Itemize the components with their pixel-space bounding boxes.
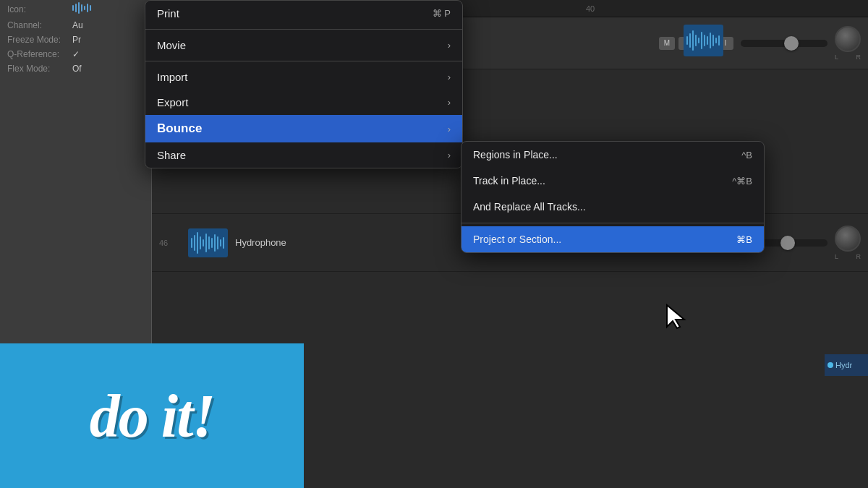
submenu-item-replace[interactable]: And Replace All Tracks... [461, 194, 764, 220]
menu-item-share-arrow: › [448, 150, 451, 160]
svg-rect-4 [81, 4, 82, 12]
svg-rect-24 [203, 239, 204, 247]
hydro-label-text: Hydr [835, 361, 852, 369]
svg-rect-17 [712, 35, 714, 46]
menu-item-bounce-arrow: › [448, 124, 451, 134]
svg-rect-7 [90, 5, 91, 11]
submenu-item-track[interactable]: Track in Place... ^⌘B [461, 168, 764, 194]
svg-rect-19 [718, 35, 720, 46]
svg-rect-18 [715, 38, 717, 43]
svg-rect-27 [211, 238, 213, 248]
icon-label: Icon: [7, 4, 72, 14]
svg-rect-1 [72, 5, 74, 11]
svg-rect-31 [223, 237, 224, 249]
menu-item-import-label: Import [157, 71, 188, 83]
menu-item-bounce-label: Bounce [157, 121, 202, 136]
menu-item-import[interactable]: Import › [145, 64, 462, 90]
track-region-shower [684, 25, 723, 56]
track-waveform-hydro [188, 228, 228, 257]
svg-rect-11 [695, 35, 697, 46]
knob-l-shower: L [835, 53, 838, 61]
svg-rect-3 [78, 2, 80, 14]
submenu-item-track-label: Track in Place... [473, 175, 545, 187]
menu-item-movie-arrow: › [448, 40, 451, 51]
knob-hydro[interactable] [835, 226, 861, 252]
svg-rect-8 [686, 36, 688, 45]
channel-row: Channel: Au [0, 18, 151, 33]
svg-rect-6 [87, 4, 88, 12]
svg-rect-20 [191, 238, 192, 248]
svg-rect-16 [710, 33, 711, 48]
menu-item-bounce[interactable]: Bounce › [145, 115, 462, 142]
menu-item-export-label: Export [157, 96, 188, 108]
ruler-marker-40: 40 [586, 4, 595, 13]
svg-rect-10 [692, 30, 694, 51]
menu-item-movie-label: Movie [157, 39, 186, 51]
knob-r-hydro: R [856, 253, 861, 260]
menu-item-print-label: Print [157, 7, 179, 20]
qref-label: Q-Reference: [7, 49, 72, 59]
hydro-dot [827, 362, 833, 368]
mute-button-shower[interactable]: M [659, 37, 675, 50]
menu-item-import-arrow: › [448, 72, 451, 82]
svg-rect-29 [217, 236, 218, 249]
submenu-item-regions-shortcut: ^B [741, 150, 752, 160]
menu-divider-1 [145, 29, 462, 30]
submenu-item-regions[interactable]: Regions in Place... ^B [461, 142, 764, 168]
svg-rect-14 [704, 35, 705, 46]
knob-lr-shower: L R [835, 53, 861, 61]
svg-rect-13 [701, 32, 702, 49]
track-number-46: 46 [159, 239, 168, 247]
channel-label: Channel: [7, 20, 72, 30]
flex-row: Flex Mode: Of [0, 61, 151, 76]
menu-item-print[interactable]: Print ⌘ P [145, 1, 462, 26]
submenu-item-project-shortcut: ⌘B [736, 234, 752, 245]
menu-item-print-shortcut: ⌘ P [433, 8, 451, 19]
context-menu: Print ⌘ P Movie › Import › Export › Boun… [145, 0, 463, 168]
pan-knob-hydro[interactable]: L R [835, 226, 861, 260]
menu-item-share[interactable]: Share › [145, 142, 462, 168]
freeze-value: Pr [72, 35, 81, 45]
submenu-item-regions-label: Regions in Place... [473, 149, 558, 160]
menu-item-export-arrow: › [448, 97, 451, 108]
freeze-row: Freeze Mode: Pr [0, 33, 151, 47]
svg-rect-22 [197, 232, 198, 254]
menu-divider-2 [145, 61, 462, 61]
slider-thumb-hydro [780, 236, 795, 250]
qref-row: Q-Reference: ✓ [0, 47, 151, 61]
menu-item-share-label: Share [157, 149, 186, 161]
icon-value [72, 2, 93, 16]
svg-rect-26 [208, 236, 210, 249]
qref-value: ✓ [72, 49, 80, 59]
knob-r-shower: R [856, 53, 861, 61]
icon-row: Icon: [0, 0, 151, 18]
channel-value: Au [72, 20, 83, 30]
freeze-label: Freeze Mode: [7, 35, 72, 45]
slider-thumb-shower [784, 36, 799, 51]
watermark-text: do it! [90, 381, 214, 451]
submenu: Regions in Place... ^B Track in Place...… [461, 141, 765, 253]
svg-rect-30 [220, 239, 221, 247]
svg-rect-9 [689, 33, 691, 48]
waveform-hydro-box [188, 228, 228, 257]
submenu-item-track-shortcut: ^⌘B [732, 176, 752, 187]
svg-rect-21 [194, 235, 195, 251]
watermark-box: do it! [0, 343, 304, 488]
svg-rect-15 [707, 36, 708, 45]
knob-shower[interactable] [835, 26, 861, 52]
region-waveform-shower [686, 27, 722, 53]
submenu-item-project[interactable]: Project or Section... ⌘B [461, 226, 764, 252]
hydro-side-label: Hydr [825, 354, 868, 376]
svg-rect-5 [84, 6, 85, 10]
svg-rect-28 [214, 234, 216, 252]
pan-knob-shower[interactable]: L R [835, 26, 861, 61]
region-waveform-hydro [190, 231, 226, 255]
menu-item-movie[interactable]: Movie › [145, 33, 462, 58]
submenu-item-replace-label: And Replace All Tracks... [473, 201, 586, 213]
svg-rect-12 [698, 38, 699, 43]
submenu-divider-1 [461, 223, 764, 223]
volume-slider-shower[interactable] [741, 40, 827, 47]
svg-rect-2 [75, 4, 77, 12]
menu-item-export[interactable]: Export › [145, 90, 462, 115]
svg-rect-25 [205, 234, 207, 252]
